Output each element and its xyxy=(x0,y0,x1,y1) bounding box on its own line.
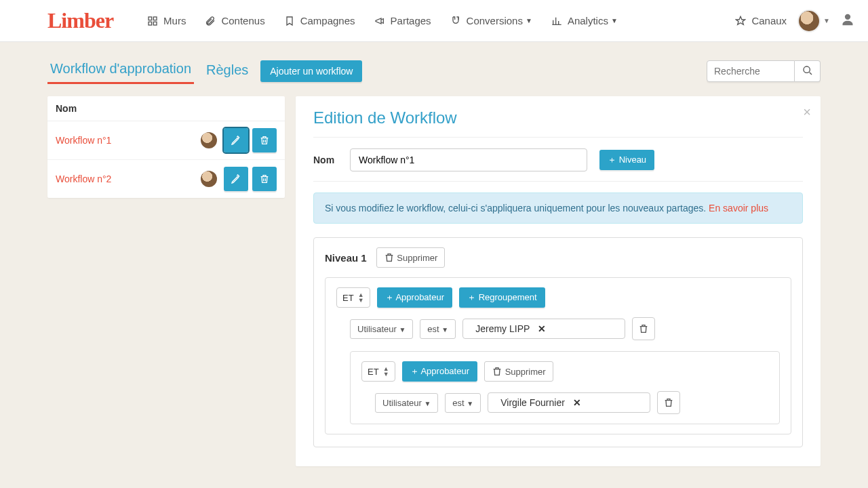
field-selector[interactable]: Utilisateur ▼ xyxy=(350,319,413,339)
add-workflow-button[interactable]: Ajouter un workflow xyxy=(260,60,362,82)
rule-box: ET ▲▼ ＋ Approbateur ＋ Regroupement xyxy=(325,277,791,434)
trash-icon xyxy=(259,135,270,146)
panel-title: Edition de Workflow xyxy=(313,108,803,127)
avatar xyxy=(201,132,217,148)
nav-canaux[interactable]: Canaux xyxy=(735,15,787,26)
button-label: Supprimer xyxy=(397,253,437,263)
edit-button[interactable] xyxy=(224,167,248,191)
nav-murs[interactable]: Murs xyxy=(147,15,186,26)
delete-group-button[interactable]: Supprimer xyxy=(484,361,553,382)
svg-rect-3 xyxy=(153,22,157,25)
field-label: Utilisateur xyxy=(382,398,422,408)
nested-rule-box: ET ▲▼ ＋ Approbateur Supprimer xyxy=(350,351,780,424)
workflow-name[interactable]: Workflow n°2 xyxy=(56,174,201,184)
plus-icon: ＋ xyxy=(467,292,476,302)
tab-regles[interactable]: Règles xyxy=(203,60,251,83)
nav-label: Murs xyxy=(163,15,186,26)
logic-selector[interactable]: ET ▲▼ xyxy=(361,361,395,382)
add-level-button[interactable]: ＋ Niveau xyxy=(599,150,654,170)
list-item: Workflow n°1 xyxy=(47,121,285,160)
nav-contenus[interactable]: Contenus xyxy=(205,15,264,26)
nav-conversions[interactable]: Conversions ▼ xyxy=(450,15,532,26)
level-box: Niveau 1 Supprimer ET ▲▼ ＋ A xyxy=(313,237,803,447)
nav-label: Contenus xyxy=(221,15,264,26)
tab-workflow[interactable]: Workflow d'approbation xyxy=(47,58,194,84)
nav-label: Conversions xyxy=(467,15,523,26)
profile-icon[interactable] xyxy=(841,13,854,28)
trash-icon xyxy=(492,366,502,377)
svg-point-4 xyxy=(804,66,810,73)
divider xyxy=(313,181,803,182)
name-label: Nom xyxy=(313,155,338,165)
rule-line: Utilisateur ▼ est ▼ Jeremy LIPP ✕ xyxy=(350,317,780,340)
close-icon[interactable]: × xyxy=(803,104,811,120)
search-group xyxy=(707,60,821,82)
logic-value: ET xyxy=(368,367,379,377)
trash-icon xyxy=(259,174,270,184)
tabs-row: Workflow d'approbation Règles Ajouter un… xyxy=(47,58,821,84)
sort-icon: ▲▼ xyxy=(383,366,389,377)
page: Workflow d'approbation Règles Ajouter un… xyxy=(0,42,868,466)
button-label: Supprimer xyxy=(505,367,546,377)
info-text: Si vous modifiez le workflow, celui-ci s… xyxy=(325,203,709,214)
approver-token-input[interactable]: Virgile Fournier ✕ xyxy=(488,392,650,413)
field-selector[interactable]: Utilisateur ▼ xyxy=(375,393,438,413)
add-approver-button[interactable]: ＋ Approbateur xyxy=(402,361,477,382)
remove-token-icon[interactable]: ✕ xyxy=(570,397,584,408)
remove-token-icon[interactable]: ✕ xyxy=(535,323,549,334)
search-button[interactable] xyxy=(795,60,821,82)
svg-rect-1 xyxy=(153,17,157,20)
nested-group: ET ▲▼ ＋ Approbateur Supprimer xyxy=(350,351,780,424)
nav-analytics[interactable]: Analytics ▼ xyxy=(551,15,618,26)
rule-actions: ET ▲▼ ＋ Approbateur ＋ Regroupement xyxy=(336,287,780,308)
star-icon xyxy=(735,16,746,26)
trash-icon xyxy=(638,323,649,334)
name-row: Nom ＋ Niveau xyxy=(313,148,803,171)
workflow-name-input[interactable] xyxy=(350,148,587,171)
logic-selector[interactable]: ET ▲▼ xyxy=(336,287,370,308)
delete-rule-button[interactable] xyxy=(657,391,680,414)
level-title: Niveau 1 xyxy=(325,252,367,264)
chevron-down-icon: ▼ xyxy=(467,400,473,407)
divider xyxy=(313,137,803,138)
button-label: Regroupement xyxy=(479,292,537,302)
search-input[interactable] xyxy=(707,60,795,82)
brand-logo[interactable]: Limber xyxy=(47,8,113,33)
user-menu[interactable]: ▼ xyxy=(797,9,830,33)
operator-selector[interactable]: est ▼ xyxy=(420,319,456,339)
nav-partages[interactable]: Partages xyxy=(374,15,431,26)
level-header: Niveau 1 Supprimer xyxy=(325,247,791,268)
nav-right: Canaux ▼ xyxy=(735,9,854,33)
paperclip-icon xyxy=(205,16,216,26)
nav-label: Campagnes xyxy=(300,15,355,26)
delete-button[interactable] xyxy=(252,128,277,152)
add-group-button[interactable]: ＋ Regroupement xyxy=(459,287,545,308)
list-header: Nom xyxy=(47,96,285,121)
bar-chart-icon xyxy=(551,16,562,26)
delete-button[interactable] xyxy=(252,167,277,191)
rule-line: Utilisateur ▼ est ▼ Virgile Fournier xyxy=(375,391,768,414)
nav-links: Murs Contenus Campagnes Partages Convers… xyxy=(147,15,618,26)
add-approver-button[interactable]: ＋ Approbateur xyxy=(377,287,452,308)
nav-campagnes[interactable]: Campagnes xyxy=(284,15,355,26)
approver-token-input[interactable]: Jeremy LIPP ✕ xyxy=(462,319,625,339)
approver-name: Jeremy LIPP xyxy=(475,323,530,334)
pencil-icon xyxy=(231,135,241,146)
delete-level-button[interactable]: Supprimer xyxy=(376,247,446,268)
operator-label: est xyxy=(427,324,439,334)
nav-label: Partages xyxy=(391,15,431,26)
info-link[interactable]: En savoir plus xyxy=(709,203,768,214)
trash-icon xyxy=(384,252,395,263)
edit-button[interactable] xyxy=(224,128,248,152)
search-icon xyxy=(802,65,813,76)
plus-icon: ＋ xyxy=(385,292,394,302)
bookmark-icon xyxy=(284,16,295,26)
avatar xyxy=(201,171,217,187)
plus-icon: ＋ xyxy=(410,366,419,376)
logic-value: ET xyxy=(342,293,354,303)
chevron-down-icon: ▼ xyxy=(424,400,431,407)
operator-selector[interactable]: est ▼ xyxy=(445,393,481,413)
workflow-name[interactable]: Workflow n°1 xyxy=(56,135,201,146)
top-nav: Limber Murs Contenus Campagnes Partages … xyxy=(0,0,868,42)
delete-rule-button[interactable] xyxy=(632,317,655,340)
